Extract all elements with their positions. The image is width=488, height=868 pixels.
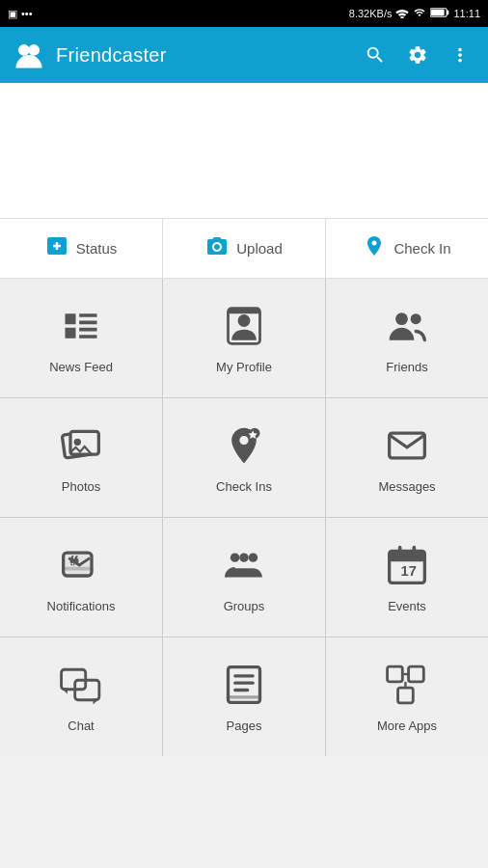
status-bar: ▣ ••• 8.32KB/s 11:11 bbox=[0, 0, 488, 27]
network-speed: 8.32KB/s bbox=[349, 8, 393, 19]
grid-item-notifications[interactable]: “ ❝ Notifications bbox=[0, 518, 162, 637]
svg-text:17: 17 bbox=[401, 563, 417, 579]
status-action[interactable]: Status bbox=[0, 219, 163, 278]
news-feed-label: News Feed bbox=[49, 360, 113, 374]
svg-point-12 bbox=[411, 313, 421, 324]
status-dots: ••• bbox=[21, 8, 33, 19]
groups-icon bbox=[223, 541, 265, 589]
notifications-label: Notifications bbox=[47, 599, 116, 613]
grid-item-groups[interactable]: Groups bbox=[163, 518, 325, 637]
svg-rect-1 bbox=[432, 10, 446, 15]
more-options-button[interactable] bbox=[444, 39, 476, 71]
wifi-icon bbox=[395, 7, 409, 20]
svg-point-24 bbox=[239, 553, 248, 561]
hero-area bbox=[0, 83, 488, 218]
messages-icon bbox=[386, 421, 428, 470]
status-label: Status bbox=[76, 240, 118, 257]
chat-icon bbox=[60, 661, 102, 709]
svg-point-23 bbox=[230, 553, 239, 561]
upload-icon bbox=[205, 234, 229, 262]
grid-item-pages[interactable]: Pages bbox=[163, 637, 325, 756]
grid-item-check-ins[interactable]: Check Ins bbox=[163, 398, 325, 517]
photos-label: Photos bbox=[62, 479, 100, 494]
battery-icon bbox=[430, 7, 449, 20]
signal-icon bbox=[413, 7, 426, 20]
photos-icon bbox=[60, 421, 102, 470]
grid-item-friends[interactable]: Friends bbox=[326, 279, 488, 397]
svg-rect-39 bbox=[409, 666, 424, 682]
notifications-icon: “ ❝ bbox=[60, 541, 102, 589]
svg-point-25 bbox=[249, 553, 258, 561]
groups-label: Groups bbox=[224, 599, 265, 613]
pages-icon bbox=[223, 661, 265, 709]
app-bar: Friendcaster bbox=[0, 27, 488, 83]
svg-text:❝: ❝ bbox=[68, 554, 79, 575]
svg-point-3 bbox=[18, 44, 30, 56]
svg-point-11 bbox=[395, 312, 408, 325]
grid-item-messages[interactable]: Messages bbox=[326, 398, 488, 517]
status-icon: ▣ bbox=[8, 8, 17, 20]
app-grid: News Feed My Profile Friends bbox=[0, 279, 488, 756]
svg-rect-40 bbox=[398, 688, 414, 703]
svg-point-4 bbox=[28, 44, 40, 56]
status-right: 8.32KB/s 11:11 bbox=[349, 7, 480, 20]
check-ins-label: Check Ins bbox=[216, 479, 272, 494]
grid-item-my-profile[interactable]: My Profile bbox=[163, 279, 325, 397]
settings-button[interactable] bbox=[401, 39, 434, 71]
svg-point-15 bbox=[74, 439, 81, 446]
search-button[interactable] bbox=[359, 39, 392, 71]
checkin-icon bbox=[363, 234, 386, 262]
svg-rect-10 bbox=[229, 309, 260, 314]
status-left: ▣ ••• bbox=[8, 8, 33, 20]
grid-item-more-apps[interactable]: More Apps bbox=[326, 637, 488, 756]
events-icon: 17 bbox=[386, 541, 428, 589]
upload-action[interactable]: Upload bbox=[163, 219, 326, 278]
chat-label: Chat bbox=[68, 719, 94, 733]
messages-label: Messages bbox=[378, 479, 435, 494]
svg-rect-2 bbox=[447, 11, 449, 14]
grid-item-news-feed[interactable]: News Feed bbox=[0, 279, 162, 397]
svg-point-9 bbox=[238, 314, 251, 327]
upload-label: Upload bbox=[236, 240, 283, 257]
app-logo bbox=[12, 38, 46, 72]
app-title: Friendcaster bbox=[56, 44, 349, 67]
check-ins-icon bbox=[223, 421, 265, 470]
action-bar: Status Upload Check In bbox=[0, 218, 488, 279]
more-apps-icon bbox=[386, 661, 428, 709]
grid-item-events[interactable]: 17 Events bbox=[326, 518, 488, 637]
grid-item-photos[interactable]: Photos bbox=[0, 398, 162, 517]
checkin-label: Check In bbox=[393, 240, 450, 257]
friends-icon bbox=[386, 302, 428, 350]
checkin-action[interactable]: Check In bbox=[326, 219, 488, 278]
more-apps-label: More Apps bbox=[377, 719, 437, 733]
pages-label: Pages bbox=[227, 719, 262, 733]
svg-rect-27 bbox=[390, 551, 425, 561]
time-display: 11:11 bbox=[453, 8, 480, 19]
svg-rect-38 bbox=[388, 666, 403, 682]
news-feed-icon bbox=[60, 302, 102, 350]
grid-item-chat[interactable]: Chat bbox=[0, 637, 162, 756]
friends-label: Friends bbox=[386, 360, 427, 374]
status-icon bbox=[45, 234, 68, 262]
my-profile-label: My Profile bbox=[216, 360, 272, 374]
events-label: Events bbox=[388, 599, 426, 613]
my-profile-icon bbox=[223, 302, 265, 350]
